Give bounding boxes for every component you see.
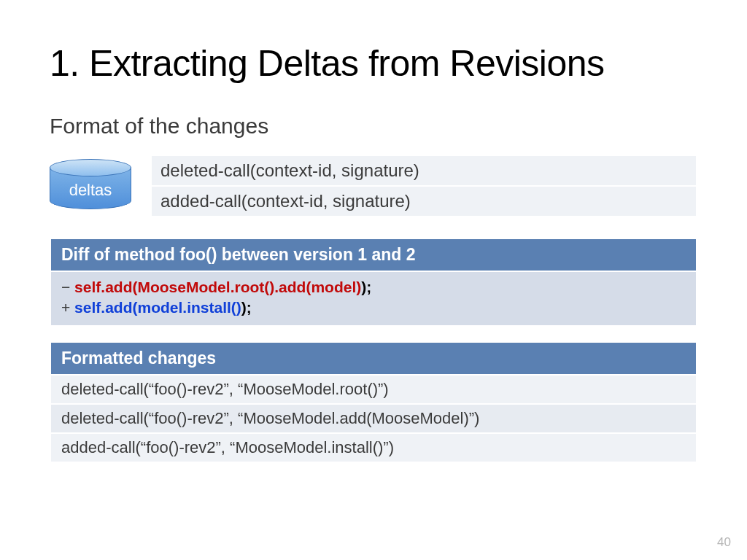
- changes-panel-header: Formatted changes: [50, 341, 697, 374]
- diff-added-line: + self.add(model.install());: [61, 298, 686, 318]
- changes-row: added-call(“foo()-rev2”, “MooseModel.ins…: [50, 433, 697, 462]
- diff-minus-symbol: −: [61, 279, 74, 295]
- page-number: 40: [717, 535, 731, 550]
- changes-row: deleted-call(“foo()-rev2”, “MooseModel.a…: [50, 404, 697, 433]
- changes-row: deleted-call(“foo()-rev2”, “MooseModel.r…: [50, 375, 697, 404]
- slide-subtitle: Format of the changes: [50, 114, 697, 139]
- diff-added-tail: );: [241, 299, 252, 316]
- slide-title: 1. Extracting Deltas from Revisions: [50, 42, 697, 85]
- diff-panel-body: − self.add(MooseModel.root().add(model))…: [50, 271, 697, 327]
- slide: 1. Extracting Deltas from Revisions Form…: [0, 0, 747, 560]
- diff-removed-tail: );: [361, 279, 371, 295]
- changes-table: deleted-call(“foo()-rev2”, “MooseModel.r…: [50, 374, 697, 463]
- diff-removed-code: self.add(MooseModel.root().add(model): [74, 279, 361, 295]
- deltas-cylinder-icon: deltas: [50, 159, 131, 213]
- format-row-cell: deleted-call(context-id, signature): [151, 155, 697, 186]
- diff-added-code: self.add(model.install(): [74, 299, 241, 316]
- format-row: deltas deleted-call(context-id, signatur…: [50, 155, 697, 217]
- format-row-cell: added-call(context-id, signature): [151, 186, 697, 217]
- diff-plus-symbol: +: [61, 299, 74, 316]
- format-table: deleted-call(context-id, signature) adde…: [150, 155, 697, 217]
- diff-removed-line: − self.add(MooseModel.root().add(model))…: [61, 277, 686, 298]
- diff-panel: Diff of method foo() between version 1 a…: [50, 238, 697, 327]
- diff-panel-header: Diff of method foo() between version 1 a…: [50, 238, 697, 271]
- changes-panel: Formatted changes deleted-call(“foo()-re…: [50, 341, 697, 463]
- cylinder-label: deltas: [50, 181, 131, 200]
